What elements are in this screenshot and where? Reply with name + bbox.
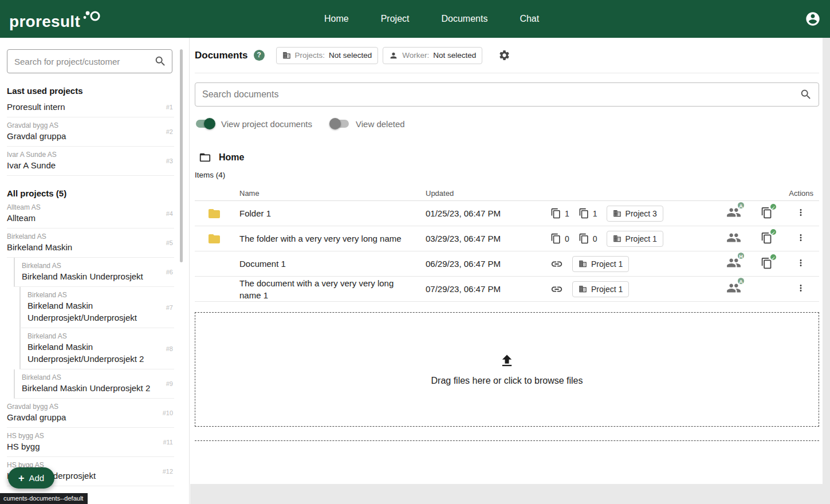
project-customer: Birkeland AS: [27, 291, 155, 300]
sidebar-project-6[interactable]: Birkeland AS Birkeland Maskin Underprosj…: [14, 258, 174, 287]
document-search-input[interactable]: [195, 82, 819, 107]
sidebar-project-7[interactable]: Birkeland AS Birkeland Maskin Underprosj…: [19, 287, 174, 328]
item-name[interactable]: Folder 1: [239, 207, 426, 219]
table-row[interactable]: The folder with a very very very long na…: [195, 226, 819, 251]
sidebar-project-11[interactable]: HS bygg AS HS bygg #11: [7, 428, 174, 457]
subfolder-count: 0: [550, 233, 569, 244]
table-row[interactable]: Folder 1 01/25/23, 06:47 PM 1 1 Project …: [195, 201, 819, 226]
row-actions-menu[interactable]: [793, 230, 808, 247]
nav-home[interactable]: Home: [324, 14, 349, 24]
workers-button[interactable]: A: [726, 281, 741, 297]
project-name: Birkeland Maskin Underprosjekt/Underpros…: [27, 341, 155, 365]
document-toggles: View project documents View deleted: [195, 116, 819, 132]
current-folder-title: Home: [219, 152, 244, 163]
settings-gear-icon[interactable]: [498, 49, 510, 61]
view-project-documents-toggle[interactable]: [195, 118, 215, 129]
item-updated: 07/29/23, 06:47 PM: [426, 284, 550, 294]
folder-copy-icon: [550, 233, 561, 244]
worker-badge: A: [737, 277, 745, 285]
account-button[interactable]: [805, 11, 821, 27]
project-chip[interactable]: Project 1: [607, 231, 663, 247]
items-count: Items (4): [195, 171, 819, 179]
project-name: Allteam: [7, 212, 155, 224]
logo[interactable]: proresult: [9, 8, 101, 30]
row-actions-menu[interactable]: [793, 255, 808, 272]
logo-text: proresult: [9, 14, 80, 30]
building-icon: [579, 285, 587, 293]
file-dropzone[interactable]: Drag files here or click to browse files: [195, 312, 819, 427]
sidebar-project-8[interactable]: Birkeland AS Birkeland Maskin Underprosj…: [19, 328, 174, 369]
item-name[interactable]: The document with a very very very long …: [239, 277, 426, 301]
last-used-title: Last used projects: [7, 86, 174, 96]
worker-filter-value: Not selected: [433, 51, 476, 60]
approved-copy-button[interactable]: ✓: [761, 232, 773, 246]
project-number: #3: [166, 158, 173, 164]
folder-copy-icon: [550, 208, 561, 219]
projects-filter-label: Projects:: [295, 51, 325, 60]
project-number: #4: [166, 210, 173, 217]
documents-table: Name Updated Actions Folder 1 01/25/23, …: [195, 186, 819, 302]
project-customer: Birkeland AS: [22, 373, 155, 382]
item-updated: 01/25/23, 06:47 PM: [426, 208, 550, 218]
workers-button[interactable]: H: [726, 255, 741, 272]
document-search: [195, 82, 819, 107]
project-search: [7, 49, 172, 73]
building-icon: [282, 51, 291, 60]
project-chip[interactable]: Project 3: [607, 206, 663, 222]
project-number: #12: [163, 468, 173, 475]
check-badge: ✓: [769, 253, 777, 261]
project-number: #5: [166, 239, 173, 246]
worker-filter-chip[interactable]: Worker: Not selected: [383, 47, 482, 64]
add-project-button[interactable]: + Add: [8, 467, 54, 489]
topbar: proresult Home Project Documents Chat: [0, 0, 830, 38]
documents-panel: Documents ? Projects: Not selected Worke…: [190, 38, 823, 484]
workers-button[interactable]: A: [726, 205, 741, 222]
table-row[interactable]: The document with a very very very long …: [195, 277, 819, 302]
nav-documents[interactable]: Documents: [441, 14, 487, 24]
sidebar: Last used projects Proresult intern #1 G…: [0, 38, 190, 504]
upload-icon: [499, 353, 515, 369]
project-chip[interactable]: Project 1: [572, 256, 629, 272]
sidebar-project-1[interactable]: Proresult intern #1: [7, 97, 174, 117]
project-number: #6: [166, 269, 173, 275]
workers-button[interactable]: [726, 230, 741, 247]
worker-badge: H: [737, 251, 745, 260]
project-name: Gravdal gruppa: [7, 130, 155, 142]
help-icon[interactable]: ?: [254, 50, 265, 61]
search-icon: [154, 55, 167, 68]
approved-copy-button[interactable]: ✓: [761, 257, 773, 271]
sidebar-scrollbar[interactable]: [180, 49, 183, 262]
current-folder-row: Home: [195, 151, 819, 164]
project-name: Proresult intern: [7, 101, 155, 113]
projects-filter-chip[interactable]: Projects: Not selected: [276, 47, 379, 64]
row-actions-menu[interactable]: [793, 205, 808, 222]
header-actions: Actions: [782, 189, 819, 198]
item-name[interactable]: The folder with a very very very long na…: [239, 233, 426, 245]
vertical-dots-icon: [796, 207, 806, 218]
nav-chat[interactable]: Chat: [520, 14, 539, 24]
sidebar-project-9[interactable]: Birkeland AS Birkeland Maskin Underprosj…: [14, 369, 174, 399]
item-name[interactable]: Document 1: [239, 258, 426, 270]
document-count: 1: [579, 208, 597, 219]
sidebar-project-3[interactable]: Ivar A Sunde AS Ivar A Sunde #3: [7, 147, 174, 176]
table-row[interactable]: Document 1 06/29/23, 06:47 PM Project 1 …: [195, 251, 819, 277]
item-updated: 03/29/23, 06:47 PM: [426, 234, 550, 243]
sidebar-project-2[interactable]: Gravdal bygg AS Gravdal gruppa #2: [7, 117, 174, 147]
project-search-input[interactable]: [7, 49, 172, 73]
file-copy-icon: [579, 233, 589, 244]
project-number: #2: [166, 128, 173, 135]
nav-project[interactable]: Project: [381, 14, 410, 24]
approved-copy-button[interactable]: ✓: [761, 207, 773, 220]
view-deleted-label: View deleted: [356, 119, 405, 129]
person-icon: [389, 51, 398, 60]
sidebar-project-4[interactable]: Allteam AS Allteam #4: [7, 199, 174, 229]
building-icon: [613, 209, 621, 218]
sidebar-project-10[interactable]: Gravdal bygg AS Gravdal gruppa #10: [7, 399, 174, 428]
row-actions-menu[interactable]: [793, 281, 808, 297]
building-icon: [579, 259, 587, 268]
group-icon: [726, 230, 741, 245]
project-chip[interactable]: Project 1: [572, 281, 629, 297]
folder-icon: [207, 232, 221, 246]
view-deleted-toggle[interactable]: [329, 118, 350, 129]
sidebar-project-5[interactable]: Birkeland AS Birkeland Maskin #5: [7, 229, 174, 258]
